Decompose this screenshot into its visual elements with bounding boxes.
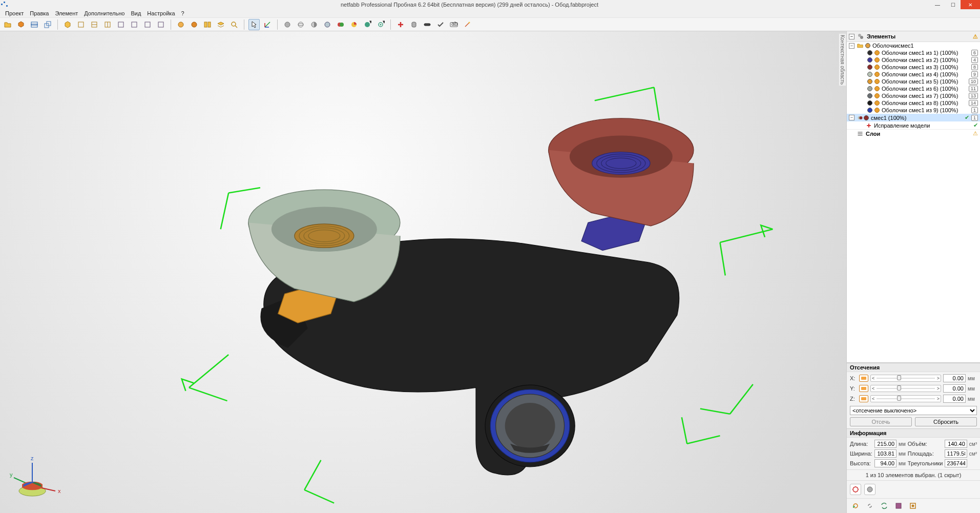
menu-element[interactable]: Элемент [52,9,81,18]
length-field[interactable] [874,440,896,448]
lock-toggle[interactable] [859,385,868,392]
gear-small-icon[interactable]: ▾ [375,19,386,30]
lock-toggle[interactable] [859,375,868,382]
shade-solid-icon[interactable] [189,19,200,30]
separator [57,19,58,30]
cut-value-field[interactable] [943,384,966,393]
menu-settings[interactable]: Настройка [144,9,178,18]
sphere-grey-icon[interactable] [282,19,293,30]
right-panel: − Элементы ⚠ − Оболочкисмес1 Оболочки см… [847,31,980,513]
separator [244,19,244,30]
shade-wire-icon[interactable] [175,19,186,30]
link-icon[interactable] [864,500,875,511]
boxes-icon[interactable] [42,19,53,30]
cylinder-icon[interactable] [408,19,420,30]
check-icon: ✔ [965,114,969,121]
view-back-icon[interactable] [129,19,140,30]
measure-icon[interactable] [422,19,433,30]
cut-slider[interactable]: <> [870,375,941,382]
color-swatch [867,86,872,91]
refresh-icon[interactable] [850,500,861,511]
layers-icon[interactable] [215,19,226,30]
check-icon[interactable] [435,19,446,30]
separator [390,19,391,30]
context-area-tab[interactable]: Контекстная область [839,33,846,86]
menu-project[interactable]: Проект [2,9,27,18]
tree-item[interactable]: Оболочки смес1 из 7) (100%)13 [847,92,980,99]
label-abc-icon[interactable]: abc [448,19,460,30]
menu-extra[interactable]: Дополнительно [81,9,128,18]
wand-icon[interactable] [462,19,473,30]
viewport-3d[interactable]: Контекстная область [0,31,847,513]
reset-button[interactable]: Сбросить [915,417,977,426]
minimize-button[interactable]: — [930,0,945,9]
tree-item[interactable]: Оболочки смес1 из 6) (100%)11 [847,85,980,92]
cut-slider[interactable]: <> [870,385,941,392]
add-part-icon[interactable] [15,19,27,30]
repair-icon[interactable] [395,19,406,30]
tree-repair-item[interactable]: Исправление модели ✔ [847,121,980,129]
unit-mm: мм [899,461,906,466]
open-icon[interactable] [2,19,13,30]
width-field[interactable] [874,449,896,458]
platform-icon[interactable] [29,19,40,30]
tri-field[interactable] [945,459,967,467]
view-top-icon[interactable] [75,19,87,30]
menu-edit[interactable]: Правка [27,9,52,18]
sphere-tool-icon[interactable] [864,484,875,495]
tree-root[interactable]: − Оболочкисмес1 [847,42,980,49]
sphere-color-icon[interactable] [335,19,346,30]
maximize-button[interactable]: ☐ [945,0,961,9]
menu-view[interactable]: Вид [128,9,144,18]
sphere-half-icon[interactable] [308,19,320,30]
cuts-title: Отсечения [847,363,980,372]
view-right-icon[interactable] [102,19,113,30]
view-bottom-icon[interactable] [142,19,153,30]
tree-layers-item[interactable]: Слои ⚠ [847,129,980,137]
volume-field[interactable] [945,440,967,448]
elements-tree[interactable]: − Элементы ⚠ − Оболочкисмес1 Оболочки см… [847,31,980,363]
pie-icon[interactable] [348,19,360,30]
axis-move-icon[interactable] [262,19,273,30]
tree-item[interactable]: Оболочки смес1 из 1) (100%)6 [847,49,980,56]
lock-toggle[interactable] [859,395,868,402]
sphere-icon [874,72,880,77]
warning-icon: ⚠ [973,33,978,40]
zoom-icon[interactable] [228,19,240,30]
tree-item[interactable]: Оболочки смес1 из 8) (100%)14 [847,99,980,107]
frame-icon[interactable] [893,500,904,511]
cut-slider[interactable]: <> [870,395,941,402]
area-field[interactable] [945,449,967,458]
expand-icon[interactable]: − [849,43,854,49]
sphere-wire-icon[interactable] [295,19,306,30]
view-custom-icon[interactable] [155,19,166,30]
target-icon[interactable] [907,500,919,511]
tree-item[interactable]: Оболочки смес1 из 4) (100%)9 [847,71,980,78]
tree-item[interactable]: Оболочки смес1 из 9) (100%)1 [847,107,980,114]
svg-text:y: y [10,471,13,478]
expand-icon[interactable]: − [849,115,854,120]
tree-collapse-icon[interactable]: − [849,34,854,39]
view-left-icon[interactable] [115,19,127,30]
height-field[interactable] [874,459,896,467]
tree-item[interactable]: Оболочки смес1 из 5) (100%)10 [847,78,980,85]
close-button[interactable]: ✕ [961,0,980,9]
tree-item[interactable]: Оболочки смес1 из 2) (100%)4 [847,56,980,64]
gear-repair-icon[interactable] [850,484,861,495]
color-swatch [865,43,870,48]
gradient-icon[interactable]: ▾ [362,19,373,30]
two-view-icon[interactable] [202,19,213,30]
cut-profile-select[interactable]: <отсечение выключено> [850,406,977,415]
cursor-select-icon[interactable] [248,19,260,30]
tree-mix-item[interactable]: − смес1 (100%) ✔ 1 [847,114,980,121]
cut-button[interactable]: Отсечь [850,417,912,426]
tree-badge: 11 [969,86,978,92]
sync-icon[interactable] [879,500,890,511]
tree-item[interactable]: Оболочки смес1 из 3) (100%)8 [847,64,980,71]
view-iso-icon[interactable] [62,19,73,30]
menu-help[interactable]: ? [178,9,187,18]
sphere-edge-icon[interactable] [322,19,333,30]
cut-value-field[interactable] [943,395,966,403]
view-front-icon[interactable] [89,19,100,30]
cut-value-field[interactable] [943,374,966,382]
